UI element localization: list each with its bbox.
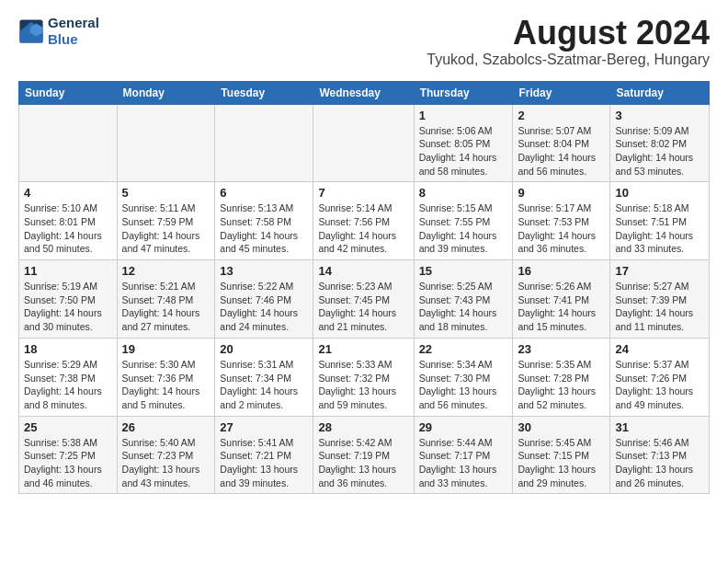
day-detail: Sunrise: 5:15 AM Sunset: 7:55 PM Dayligh…	[419, 201, 508, 256]
day-detail: Sunrise: 5:27 AM Sunset: 7:39 PM Dayligh…	[615, 280, 704, 334]
day-detail: Sunrise: 5:37 AM Sunset: 7:26 PM Dayligh…	[615, 358, 704, 412]
calendar-table: SundayMondayTuesdayWednesdayThursdayFrid…	[18, 81, 710, 495]
calendar-day-cell: 9Sunrise: 5:17 AM Sunset: 7:53 PM Daylig…	[513, 182, 610, 260]
day-of-week-header: Saturday	[610, 81, 710, 104]
calendar-day-cell: 27Sunrise: 5:41 AM Sunset: 7:21 PM Dayli…	[215, 416, 313, 494]
day-number: 30	[518, 420, 605, 434]
day-number: 11	[24, 264, 112, 278]
day-number: 19	[122, 342, 210, 356]
title-block: August 2024 Tyukod, Szabolcs-Szatmar-Ber…	[427, 15, 710, 75]
calendar-day-cell: 11Sunrise: 5:19 AM Sunset: 7:50 PM Dayli…	[19, 260, 118, 339]
calendar-day-cell: 19Sunrise: 5:30 AM Sunset: 7:36 PM Dayli…	[117, 338, 215, 416]
logo-icon	[18, 18, 44, 44]
day-detail: Sunrise: 5:22 AM Sunset: 7:46 PM Dayligh…	[220, 280, 308, 334]
day-detail: Sunrise: 5:23 AM Sunset: 7:45 PM Dayligh…	[318, 280, 408, 334]
day-number: 2	[518, 109, 605, 122]
day-number: 9	[518, 186, 605, 200]
day-number: 4	[24, 186, 112, 200]
calendar-day-cell	[117, 104, 215, 182]
page-header: General Blue August 2024 Tyukod, Szabolc…	[18, 15, 710, 75]
calendar-day-cell: 31Sunrise: 5:46 AM Sunset: 7:13 PM Dayli…	[610, 416, 710, 494]
day-detail: Sunrise: 5:45 AM Sunset: 7:15 PM Dayligh…	[518, 436, 605, 490]
day-detail: Sunrise: 5:26 AM Sunset: 7:41 PM Dayligh…	[518, 280, 605, 334]
day-number: 5	[122, 186, 210, 200]
calendar-day-cell: 13Sunrise: 5:22 AM Sunset: 7:46 PM Dayli…	[215, 260, 313, 339]
day-of-week-header: Sunday	[19, 81, 118, 104]
day-detail: Sunrise: 5:44 AM Sunset: 7:17 PM Dayligh…	[419, 436, 508, 490]
day-detail: Sunrise: 5:07 AM Sunset: 8:04 PM Dayligh…	[518, 124, 605, 178]
calendar-week-row: 11Sunrise: 5:19 AM Sunset: 7:50 PM Dayli…	[19, 260, 710, 339]
day-number: 13	[220, 264, 308, 278]
day-detail: Sunrise: 5:46 AM Sunset: 7:13 PM Dayligh…	[615, 436, 704, 490]
calendar-day-cell: 15Sunrise: 5:25 AM Sunset: 7:43 PM Dayli…	[414, 260, 513, 339]
day-number: 14	[318, 264, 408, 278]
day-number: 16	[518, 264, 605, 278]
day-number: 24	[615, 342, 704, 356]
calendar-day-cell: 12Sunrise: 5:21 AM Sunset: 7:48 PM Dayli…	[117, 260, 215, 339]
day-of-week-header: Thursday	[414, 81, 513, 104]
day-of-week-header: Monday	[117, 81, 215, 104]
day-number: 12	[122, 264, 210, 278]
calendar-day-cell: 17Sunrise: 5:27 AM Sunset: 7:39 PM Dayli…	[610, 260, 710, 339]
day-of-week-header: Friday	[513, 81, 610, 104]
calendar-day-cell: 7Sunrise: 5:14 AM Sunset: 7:56 PM Daylig…	[313, 182, 414, 260]
day-number: 21	[318, 342, 408, 356]
day-detail: Sunrise: 5:33 AM Sunset: 7:32 PM Dayligh…	[318, 358, 408, 412]
calendar-day-cell: 10Sunrise: 5:18 AM Sunset: 7:51 PM Dayli…	[610, 182, 710, 260]
day-detail: Sunrise: 5:38 AM Sunset: 7:25 PM Dayligh…	[24, 436, 112, 490]
day-number: 8	[419, 186, 508, 200]
day-detail: Sunrise: 5:34 AM Sunset: 7:30 PM Dayligh…	[419, 358, 508, 412]
calendar-week-row: 25Sunrise: 5:38 AM Sunset: 7:25 PM Dayli…	[19, 416, 710, 494]
day-of-week-header: Wednesday	[313, 81, 414, 104]
day-detail: Sunrise: 5:31 AM Sunset: 7:34 PM Dayligh…	[220, 358, 308, 412]
day-detail: Sunrise: 5:41 AM Sunset: 7:21 PM Dayligh…	[220, 436, 308, 490]
day-number: 26	[122, 420, 210, 434]
day-number: 18	[24, 342, 112, 356]
month-title: August 2024	[427, 15, 710, 52]
day-of-week-header: Tuesday	[215, 81, 313, 104]
day-detail: Sunrise: 5:13 AM Sunset: 7:58 PM Dayligh…	[220, 201, 308, 256]
location-subtitle: Tyukod, Szabolcs-Szatmar-Bereg, Hungary	[427, 52, 710, 68]
day-detail: Sunrise: 5:25 AM Sunset: 7:43 PM Dayligh…	[419, 280, 508, 334]
calendar-day-cell: 26Sunrise: 5:40 AM Sunset: 7:23 PM Dayli…	[117, 416, 215, 494]
day-number: 25	[24, 420, 112, 434]
calendar-day-cell: 4Sunrise: 5:10 AM Sunset: 8:01 PM Daylig…	[19, 182, 118, 260]
day-number: 23	[518, 342, 605, 356]
day-detail: Sunrise: 5:19 AM Sunset: 7:50 PM Dayligh…	[24, 280, 112, 334]
day-detail: Sunrise: 5:14 AM Sunset: 7:56 PM Dayligh…	[318, 201, 408, 256]
calendar-day-cell: 5Sunrise: 5:11 AM Sunset: 7:59 PM Daylig…	[117, 182, 215, 260]
day-detail: Sunrise: 5:35 AM Sunset: 7:28 PM Dayligh…	[518, 358, 605, 412]
day-number: 7	[318, 186, 408, 200]
calendar-day-cell: 14Sunrise: 5:23 AM Sunset: 7:45 PM Dayli…	[313, 260, 414, 339]
day-number: 28	[318, 420, 408, 434]
calendar-day-cell: 2Sunrise: 5:07 AM Sunset: 8:04 PM Daylig…	[513, 104, 610, 182]
day-number: 20	[220, 342, 308, 356]
calendar-day-cell: 23Sunrise: 5:35 AM Sunset: 7:28 PM Dayli…	[513, 338, 610, 416]
day-detail: Sunrise: 5:09 AM Sunset: 8:02 PM Dayligh…	[615, 124, 704, 178]
calendar-day-cell	[215, 104, 313, 182]
day-detail: Sunrise: 5:21 AM Sunset: 7:48 PM Dayligh…	[122, 280, 210, 334]
calendar-day-cell: 21Sunrise: 5:33 AM Sunset: 7:32 PM Dayli…	[313, 338, 414, 416]
day-detail: Sunrise: 5:40 AM Sunset: 7:23 PM Dayligh…	[122, 436, 210, 490]
calendar-day-cell	[313, 104, 414, 182]
day-number: 15	[419, 264, 508, 278]
day-number: 6	[220, 186, 308, 200]
calendar-day-cell: 18Sunrise: 5:29 AM Sunset: 7:38 PM Dayli…	[19, 338, 118, 416]
calendar-week-row: 1Sunrise: 5:06 AM Sunset: 8:05 PM Daylig…	[19, 104, 710, 182]
day-detail: Sunrise: 5:30 AM Sunset: 7:36 PM Dayligh…	[122, 358, 210, 412]
day-detail: Sunrise: 5:29 AM Sunset: 7:38 PM Dayligh…	[24, 358, 112, 412]
calendar-day-cell: 22Sunrise: 5:34 AM Sunset: 7:30 PM Dayli…	[414, 338, 513, 416]
calendar-day-cell: 6Sunrise: 5:13 AM Sunset: 7:58 PM Daylig…	[215, 182, 313, 260]
day-detail: Sunrise: 5:10 AM Sunset: 8:01 PM Dayligh…	[24, 201, 112, 256]
logo-text: General Blue	[48, 15, 99, 48]
logo: General Blue	[18, 15, 99, 48]
day-detail: Sunrise: 5:18 AM Sunset: 7:51 PM Dayligh…	[615, 201, 704, 256]
day-number: 31	[615, 420, 704, 434]
calendar-week-row: 18Sunrise: 5:29 AM Sunset: 7:38 PM Dayli…	[19, 338, 710, 416]
calendar-day-cell: 24Sunrise: 5:37 AM Sunset: 7:26 PM Dayli…	[610, 338, 710, 416]
day-detail: Sunrise: 5:42 AM Sunset: 7:19 PM Dayligh…	[318, 436, 408, 490]
calendar-day-cell: 20Sunrise: 5:31 AM Sunset: 7:34 PM Dayli…	[215, 338, 313, 416]
day-number: 1	[419, 109, 508, 122]
day-detail: Sunrise: 5:06 AM Sunset: 8:05 PM Dayligh…	[419, 124, 508, 178]
day-detail: Sunrise: 5:17 AM Sunset: 7:53 PM Dayligh…	[518, 201, 605, 256]
